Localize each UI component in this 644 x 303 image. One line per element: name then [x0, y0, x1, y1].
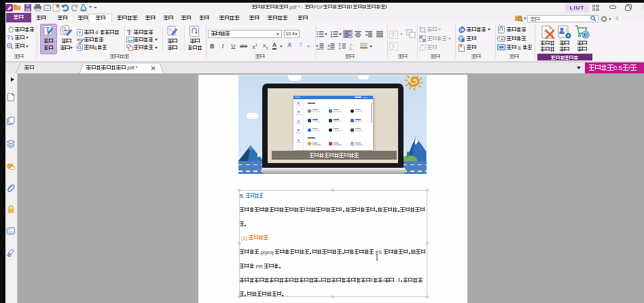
svg-text:T: T	[392, 32, 395, 38]
svg-text:T: T	[127, 29, 132, 35]
svg-text:T: T	[7, 34, 11, 40]
svg-text:ab: ab	[77, 37, 82, 41]
svg-text:T: T	[392, 43, 395, 50]
